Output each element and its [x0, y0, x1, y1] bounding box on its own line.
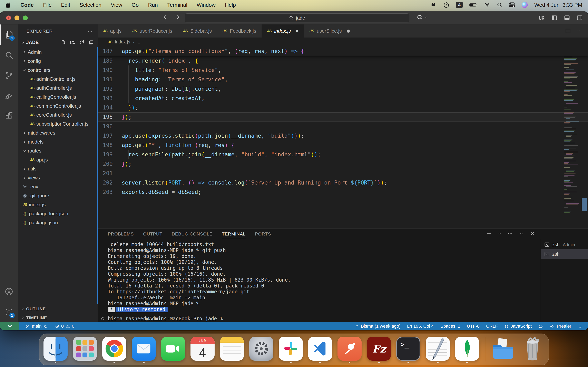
- menu-item-selection[interactable]: Selection: [80, 2, 102, 8]
- tree-item-commoncontroller-js[interactable]: JScommonController.js: [18, 101, 98, 110]
- tab-Sidebar-js[interactable]: JSSidebar.js: [178, 25, 217, 38]
- close-panel-icon[interactable]: [530, 231, 535, 236]
- menu-item-code[interactable]: Code: [20, 2, 34, 8]
- new-file-icon[interactable]: [61, 40, 66, 45]
- dock-icon-facetime[interactable]: [161, 337, 185, 361]
- panel-tab-debug-console[interactable]: DEBUG CONSOLE: [172, 231, 213, 239]
- code-line[interactable]: 193 createdAt: createdAt,: [98, 94, 588, 103]
- code-line[interactable]: 201: [98, 169, 588, 178]
- status-item-prettier[interactable]: Prettier: [550, 324, 571, 329]
- code-line[interactable]: 194 });: [98, 103, 588, 112]
- code-line[interactable]: 202server.listen(PORT, () => console.log…: [98, 178, 588, 187]
- explorer-more-actions-icon[interactable]: [87, 29, 93, 34]
- dock-icon-filezilla[interactable]: Fz: [367, 337, 391, 361]
- apple-icon[interactable]: [6, 2, 11, 8]
- tree-item-utils[interactable]: utils: [18, 164, 98, 173]
- status-item-javascript[interactable]: JavaScript: [504, 324, 532, 329]
- minimap[interactable]: [564, 47, 579, 216]
- tab-userSlice-js[interactable]: JSuserSlice.js: [304, 25, 355, 38]
- dock-icon-calendar[interactable]: JUN4: [190, 337, 215, 361]
- new-terminal-icon[interactable]: [486, 231, 492, 236]
- dock-icon-mongodb[interactable]: [455, 337, 479, 361]
- dock-icon-vscode[interactable]: [308, 337, 332, 361]
- tree-item-callingcontroller-js[interactable]: JScallingController.js: [18, 92, 98, 101]
- tree-item--gitignore[interactable]: .gitignore: [18, 191, 98, 200]
- siri-icon[interactable]: [522, 2, 528, 8]
- tree-item-models[interactable]: models: [18, 137, 98, 146]
- scrollbar-thumb[interactable]: [582, 198, 587, 211]
- dock-icon-textedit[interactable]: [426, 337, 450, 361]
- status-item-ln-195-col-4[interactable]: Ln 195, Col 4: [407, 324, 434, 329]
- tree-item-admincontroller-js[interactable]: JSadminController.js: [18, 75, 98, 83]
- explorer-view-icon[interactable]: 1: [0, 25, 18, 45]
- tree-item--env[interactable]: .env: [18, 182, 98, 191]
- status-item-bisma-1-week-ago-[interactable]: Bisma (1 week ago): [355, 324, 400, 329]
- dock-icon-launchpad[interactable]: [73, 337, 97, 361]
- menu-item-window[interactable]: Window: [197, 2, 215, 8]
- dock-icon-terminal[interactable]: >_: [396, 337, 420, 361]
- split-editor-icon[interactable]: [565, 28, 571, 34]
- tree-item-controllers[interactable]: controllers: [18, 66, 98, 75]
- terminal-list-item[interactable]: zshAdmin: [541, 240, 588, 249]
- input-source-icon[interactable]: A: [456, 2, 463, 8]
- collapse-folders-icon[interactable]: [89, 40, 94, 45]
- menu-bar-clock[interactable]: Wed 4 Jun 3:33 PM: [534, 2, 582, 8]
- search-view-icon[interactable]: [0, 45, 18, 65]
- dock-icon-settings[interactable]: [249, 337, 273, 361]
- menu-item-terminal[interactable]: Terminal: [167, 2, 187, 8]
- command-center-search[interactable]: jade: [185, 13, 409, 22]
- source-control-view-icon[interactable]: [0, 65, 18, 86]
- sticky-scroll-line[interactable]: 187app.get("/terms_and_conditions*", (re…: [98, 47, 588, 56]
- close-window-button[interactable]: [6, 16, 11, 20]
- section-timeline[interactable]: TIMELINE: [18, 313, 98, 322]
- status-item-spaces-2[interactable]: Spaces: 2: [440, 324, 460, 329]
- toggle-panel-icon[interactable]: [564, 15, 570, 21]
- workspace-section-header[interactable]: JADE: [18, 38, 98, 47]
- wifi-icon[interactable]: [484, 2, 490, 7]
- tree-item-routes[interactable]: routes: [18, 146, 98, 155]
- tree-item-corecontroller-js[interactable]: JScoreController.js: [18, 110, 98, 119]
- code-line[interactable]: 191 heading: "Terms of Service",: [98, 75, 588, 84]
- battery-icon[interactable]: [469, 3, 477, 7]
- copilot-menu[interactable]: [416, 14, 428, 20]
- code-line[interactable]: 198app.get("*", function (req, res) {: [98, 141, 588, 150]
- terminal-list-item[interactable]: zsh: [541, 249, 588, 259]
- control-center-icon[interactable]: [509, 2, 515, 8]
- status-item-utf-8[interactable]: UTF-8: [467, 324, 480, 329]
- terminal-output[interactable]: delete mode 100644 build/robots.txtbisma…: [98, 239, 541, 322]
- toggle-secondary-sidebar-icon[interactable]: [577, 15, 583, 21]
- tab-Feedback-js[interactable]: JSFeedback.js: [217, 25, 262, 38]
- toggle-sidebar-icon[interactable]: [551, 15, 557, 21]
- panel-tab-ports[interactable]: PORTS: [255, 231, 271, 239]
- menu-item-view[interactable]: View: [111, 2, 122, 8]
- editor-more-actions-icon[interactable]: [577, 28, 582, 34]
- forward-arrow-icon[interactable]: [175, 14, 181, 20]
- status-item-bell-icon[interactable]: [578, 324, 582, 328]
- terminal-prompt-line[interactable]: bisma.rasheed@Admins-MacBook-Pro jade %: [108, 316, 541, 322]
- panel-more-actions-icon[interactable]: [508, 231, 513, 236]
- dock-icon-finder[interactable]: [43, 337, 68, 361]
- code-line[interactable]: 197app.use(express.static(path.join(__di…: [98, 131, 588, 141]
- menu-item-go[interactable]: Go: [132, 2, 139, 8]
- customize-layout-icon[interactable]: [539, 15, 545, 21]
- tree-item-index-js[interactable]: JSindex.js: [18, 200, 98, 209]
- terminal-profile-chevron-icon[interactable]: [498, 232, 502, 235]
- menu-item-run[interactable]: Run: [148, 2, 158, 8]
- sticky-line[interactable]: 187app.get("/terms_and_conditions*", (re…: [98, 47, 588, 56]
- refresh-icon[interactable]: [79, 40, 85, 45]
- remote-indicator[interactable]: ><: [0, 322, 19, 330]
- breadcrumb-more[interactable]: ...: [137, 39, 140, 45]
- panel-tab-output[interactable]: OUTPUT: [143, 231, 162, 239]
- code-line[interactable]: 203exports.dbSeed = dbSeed;: [98, 187, 588, 197]
- dock-icon-downloads[interactable]: [491, 337, 515, 361]
- problems-status-item[interactable]: 0 0: [55, 324, 75, 329]
- breadcrumb[interactable]: JS index.js › ...: [98, 38, 588, 47]
- tree-item-api-js[interactable]: JSapi.js: [18, 155, 98, 164]
- code-editor[interactable]: 187app.get("/terms_and_conditions*", (re…: [98, 47, 588, 228]
- tab-api-js[interactable]: JSapi.js: [98, 25, 127, 38]
- code-line[interactable]: 195});: [98, 112, 588, 122]
- close-tab-icon[interactable]: ×: [295, 28, 299, 34]
- zoom-window-button[interactable]: [23, 16, 28, 20]
- code-line[interactable]: 190 title: "Terms of Service",: [98, 66, 588, 75]
- tab-index-js[interactable]: JSindex.js×: [262, 25, 304, 38]
